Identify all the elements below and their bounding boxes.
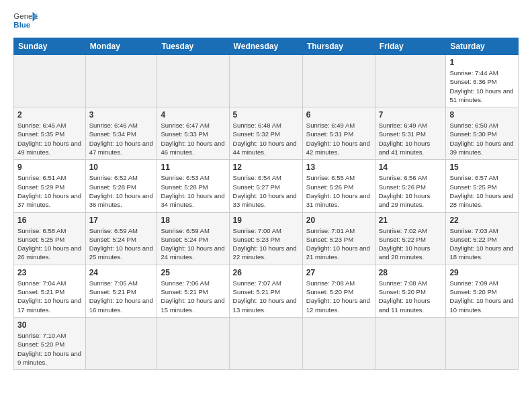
day-info: Sunrise: 6:46 AM Sunset: 5:34 PM Dayligh… <box>89 122 153 156</box>
calendar-cell: 29Sunrise: 7:09 AM Sunset: 5:20 PM Dayli… <box>446 265 519 317</box>
day-info: Sunrise: 6:45 AM Sunset: 5:35 PM Dayligh… <box>17 122 81 156</box>
calendar-cell: 20Sunrise: 7:01 AM Sunset: 5:23 PM Dayli… <box>302 212 375 265</box>
calendar-cell: 3Sunrise: 6:46 AM Sunset: 5:34 PM Daylig… <box>85 107 157 160</box>
calendar-cell: 13Sunrise: 6:55 AM Sunset: 5:26 PM Dayli… <box>302 160 375 212</box>
day-number: 13 <box>306 163 371 172</box>
day-info: Sunrise: 6:49 AM Sunset: 5:31 PM Dayligh… <box>379 122 431 156</box>
day-number: 15 <box>449 163 515 172</box>
day-info: Sunrise: 6:53 AM Sunset: 5:28 PM Dayligh… <box>161 174 224 208</box>
day-info: Sunrise: 6:57 AM Sunset: 5:25 PM Dayligh… <box>449 174 513 208</box>
day-info: Sunrise: 7:05 AM Sunset: 5:21 PM Dayligh… <box>89 279 153 314</box>
calendar-cell: 30Sunrise: 7:10 AM Sunset: 5:20 PM Dayli… <box>14 317 86 369</box>
day-number: 6 <box>306 110 371 120</box>
day-number: 27 <box>306 268 371 277</box>
day-number: 29 <box>449 268 515 277</box>
day-info: Sunrise: 6:52 AM Sunset: 5:28 PM Dayligh… <box>89 174 153 208</box>
calendar-cell <box>85 55 157 107</box>
day-number: 23 <box>17 268 82 277</box>
calendar-cell: 2Sunrise: 6:45 AM Sunset: 5:35 PM Daylig… <box>14 107 86 160</box>
day-number: 18 <box>161 216 225 225</box>
calendar-cell: 11Sunrise: 6:53 AM Sunset: 5:28 PM Dayli… <box>157 160 229 212</box>
calendar-cell: 15Sunrise: 6:57 AM Sunset: 5:25 PM Dayli… <box>446 160 519 212</box>
weekday-header-friday: Friday <box>375 38 446 55</box>
page-header: General Blue <box>13 11 519 31</box>
day-info: Sunrise: 6:50 AM Sunset: 5:30 PM Dayligh… <box>449 122 513 156</box>
calendar-cell: 6Sunrise: 6:49 AM Sunset: 5:31 PM Daylig… <box>302 107 375 160</box>
calendar-cell: 14Sunrise: 6:56 AM Sunset: 5:26 PM Dayli… <box>375 160 446 212</box>
weekday-header-sunday: Sunday <box>14 38 86 55</box>
calendar-cell: 26Sunrise: 7:07 AM Sunset: 5:21 PM Dayli… <box>229 265 302 317</box>
calendar-cell: 24Sunrise: 7:05 AM Sunset: 5:21 PM Dayli… <box>85 265 157 317</box>
calendar-cell <box>229 317 302 369</box>
day-number: 26 <box>233 268 299 277</box>
weekday-header-row: SundayMondayTuesdayWednesdayThursdayFrid… <box>14 38 519 55</box>
day-number: 22 <box>449 216 515 225</box>
day-number: 20 <box>306 216 371 225</box>
weekday-header-thursday: Thursday <box>302 38 375 55</box>
calendar-cell <box>157 55 229 107</box>
day-number: 9 <box>17 163 82 172</box>
day-info: Sunrise: 7:08 AM Sunset: 5:20 PM Dayligh… <box>306 279 370 314</box>
day-info: Sunrise: 6:48 AM Sunset: 5:32 PM Dayligh… <box>233 122 297 156</box>
calendar-cell <box>375 317 446 369</box>
calendar-cell <box>229 55 302 107</box>
day-info: Sunrise: 6:56 AM Sunset: 5:26 PM Dayligh… <box>379 174 431 208</box>
svg-text:Blue: Blue <box>13 21 30 29</box>
day-number: 25 <box>161 268 225 277</box>
day-number: 17 <box>89 216 154 225</box>
calendar-cell: 28Sunrise: 7:08 AM Sunset: 5:20 PM Dayli… <box>375 265 446 317</box>
calendar-cell: 8Sunrise: 6:50 AM Sunset: 5:30 PM Daylig… <box>446 107 519 160</box>
day-number: 3 <box>89 110 154 120</box>
logo: General Blue <box>13 11 38 31</box>
calendar-cell: 7Sunrise: 6:49 AM Sunset: 5:31 PM Daylig… <box>375 107 446 160</box>
day-number: 30 <box>17 320 82 330</box>
day-number: 11 <box>161 163 225 172</box>
generalblue-logo-icon: General Blue <box>13 11 38 31</box>
calendar-cell <box>375 55 446 107</box>
calendar-cell: 5Sunrise: 6:48 AM Sunset: 5:32 PM Daylig… <box>229 107 302 160</box>
day-number: 19 <box>233 216 299 225</box>
day-info: Sunrise: 6:47 AM Sunset: 5:33 PM Dayligh… <box>161 122 224 156</box>
week-row-1: 1Sunrise: 7:44 AM Sunset: 6:36 PM Daylig… <box>14 55 519 107</box>
day-info: Sunrise: 6:58 AM Sunset: 5:25 PM Dayligh… <box>17 227 81 261</box>
calendar-cell <box>85 317 157 369</box>
day-info: Sunrise: 7:06 AM Sunset: 5:21 PM Dayligh… <box>161 279 224 314</box>
day-info: Sunrise: 7:09 AM Sunset: 5:20 PM Dayligh… <box>449 279 513 314</box>
weekday-header-wednesday: Wednesday <box>229 38 302 55</box>
day-number: 8 <box>449 110 515 120</box>
day-number: 7 <box>379 110 443 120</box>
day-info: Sunrise: 6:59 AM Sunset: 5:24 PM Dayligh… <box>161 227 224 261</box>
day-number: 24 <box>89 268 154 277</box>
day-info: Sunrise: 7:00 AM Sunset: 5:23 PM Dayligh… <box>233 227 297 261</box>
day-number: 5 <box>233 110 299 120</box>
day-info: Sunrise: 7:08 AM Sunset: 5:20 PM Dayligh… <box>379 279 431 314</box>
calendar-cell: 27Sunrise: 7:08 AM Sunset: 5:20 PM Dayli… <box>302 265 375 317</box>
day-info: Sunrise: 6:51 AM Sunset: 5:29 PM Dayligh… <box>17 174 81 208</box>
calendar-table: SundayMondayTuesdayWednesdayThursdayFrid… <box>13 38 519 370</box>
week-row-3: 9Sunrise: 6:51 AM Sunset: 5:29 PM Daylig… <box>14 160 519 212</box>
day-number: 1 <box>449 58 515 67</box>
day-info: Sunrise: 7:04 AM Sunset: 5:21 PM Dayligh… <box>17 279 81 314</box>
calendar-cell: 25Sunrise: 7:06 AM Sunset: 5:21 PM Dayli… <box>157 265 229 317</box>
day-info: Sunrise: 6:55 AM Sunset: 5:26 PM Dayligh… <box>306 174 370 208</box>
day-number: 21 <box>379 216 443 225</box>
day-info: Sunrise: 6:49 AM Sunset: 5:31 PM Dayligh… <box>306 122 370 156</box>
week-row-4: 16Sunrise: 6:58 AM Sunset: 5:25 PM Dayli… <box>14 212 519 265</box>
calendar-cell <box>446 317 519 369</box>
calendar-cell: 17Sunrise: 6:59 AM Sunset: 5:24 PM Dayli… <box>85 212 157 265</box>
weekday-header-saturday: Saturday <box>446 38 519 55</box>
calendar-cell <box>302 317 375 369</box>
calendar-cell: 22Sunrise: 7:03 AM Sunset: 5:22 PM Dayli… <box>446 212 519 265</box>
day-number: 14 <box>379 163 443 172</box>
day-info: Sunrise: 6:59 AM Sunset: 5:24 PM Dayligh… <box>89 227 153 261</box>
week-row-2: 2Sunrise: 6:45 AM Sunset: 5:35 PM Daylig… <box>14 107 519 160</box>
calendar-cell: 10Sunrise: 6:52 AM Sunset: 5:28 PM Dayli… <box>85 160 157 212</box>
day-number: 16 <box>17 216 82 225</box>
day-info: Sunrise: 6:54 AM Sunset: 5:27 PM Dayligh… <box>233 174 297 208</box>
week-row-5: 23Sunrise: 7:04 AM Sunset: 5:21 PM Dayli… <box>14 265 519 317</box>
calendar-cell: 16Sunrise: 6:58 AM Sunset: 5:25 PM Dayli… <box>14 212 86 265</box>
day-info: Sunrise: 7:02 AM Sunset: 5:22 PM Dayligh… <box>379 227 431 261</box>
day-info: Sunrise: 7:10 AM Sunset: 5:20 PM Dayligh… <box>17 332 81 366</box>
calendar-cell <box>157 317 229 369</box>
day-info: Sunrise: 7:01 AM Sunset: 5:23 PM Dayligh… <box>306 227 370 261</box>
